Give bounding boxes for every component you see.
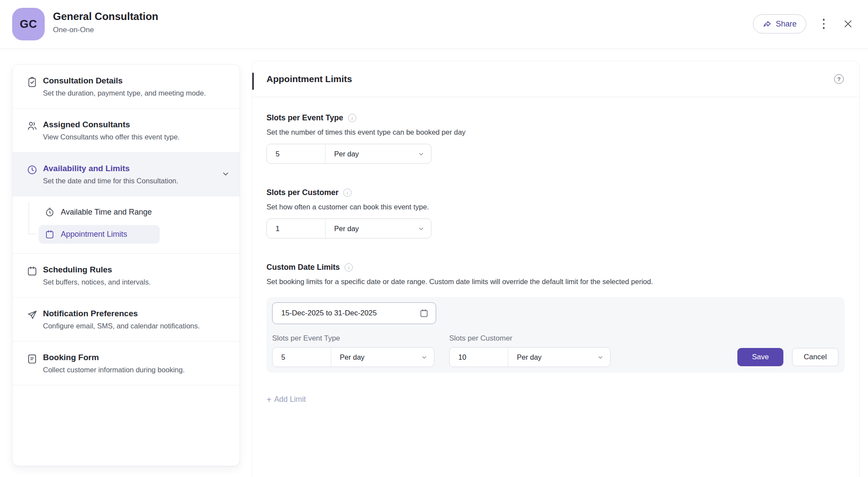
- avatar: GC: [12, 8, 45, 40]
- sidebar-item-label: Availability and Limits: [43, 164, 178, 173]
- send-icon: [26, 309, 38, 321]
- section-desc: Set the number of times this event type …: [266, 128, 844, 136]
- calendar-icon[interactable]: [419, 308, 429, 318]
- date-range-input[interactable]: [275, 308, 419, 318]
- sidebar-item-desc: Configure email, SMS, and calendar notif…: [43, 322, 200, 330]
- custom-event-type-unit-select[interactable]: Per day: [331, 348, 434, 367]
- section-slots-per-event-type: Slots per Event Type i Set the number of…: [266, 113, 844, 164]
- sidebar-item-scheduling-rules[interactable]: Scheduling Rules Set buffers, notices, a…: [13, 254, 240, 298]
- event-type-settings-window: GC General Consultation One-on-One Share: [0, 0, 868, 477]
- slots-count-field-wrap: [267, 219, 326, 238]
- page-title: General Consultation: [53, 10, 158, 23]
- sidebar-item-desc: Set the date and time for this Consultat…: [43, 177, 178, 185]
- sidebar-item-label: Assigned Consultants: [43, 120, 180, 129]
- share-button-label: Share: [776, 20, 796, 29]
- custom-event-type-column: Slots per Event Type Per day: [272, 334, 434, 367]
- section-title: Slots per Event Type: [266, 113, 343, 123]
- title-block: General Consultation One-on-One: [53, 10, 158, 34]
- add-limit-label: Add Limit: [274, 395, 306, 404]
- custom-customer-unit-select[interactable]: Per day: [508, 348, 610, 367]
- slots-per-event-type-unit-select[interactable]: Per day: [326, 144, 431, 163]
- section-desc: Set how often a customer can book this e…: [266, 203, 844, 211]
- custom-limit-actions: Save Cancel: [737, 348, 838, 366]
- sidebar-item-desc: Collect customer information during book…: [43, 366, 185, 374]
- sidebar-item-consultation-details[interactable]: Consultation Details Set the duration, p…: [13, 65, 240, 109]
- info-icon[interactable]: i: [343, 189, 352, 197]
- add-limit-button[interactable]: + Add Limit: [266, 395, 306, 404]
- slots-count-field-wrap: [267, 144, 326, 163]
- calendar-icon: [26, 265, 38, 277]
- help-icon[interactable]: ?: [834, 74, 844, 84]
- section-slots-per-customer: Slots per Customer i Set how often a cus…: [266, 188, 844, 238]
- slots-per-event-type-input[interactable]: [267, 150, 325, 158]
- panel-header: Appointment Limits ?: [252, 61, 859, 97]
- slots-per-customer-group: Per day: [266, 219, 431, 238]
- section-desc: Set booking limits for a specific date o…: [266, 278, 844, 286]
- kebab-menu-icon[interactable]: [819, 16, 829, 32]
- info-icon[interactable]: i: [345, 263, 353, 272]
- custom-customer-group: Per day: [449, 347, 611, 367]
- section-custom-date-limits: Custom Date Limits i Set booking limits …: [266, 263, 844, 404]
- clipboard-check-icon: [26, 76, 38, 88]
- form-icon: [26, 353, 38, 364]
- sidebar-subitem-label: Appointment Limits: [61, 230, 127, 239]
- page-subtitle: One-on-One: [53, 26, 158, 34]
- custom-date-limit-card: Slots per Event Type Per day: [266, 297, 845, 373]
- share-icon: [763, 20, 772, 29]
- sidebar-item-label: Consultation Details: [43, 76, 206, 86]
- sidebar-item-desc: View Consultants who offer this event ty…: [43, 133, 180, 141]
- field-label: Slots per Event Type: [272, 334, 434, 343]
- cancel-button[interactable]: Cancel: [792, 348, 838, 366]
- sidebar-item-label: Notification Preferences: [43, 309, 200, 318]
- chevron-down-icon: [421, 354, 427, 361]
- sidebar-item-availability-and-limits[interactable]: Availability and Limits Set the date and…: [13, 152, 240, 196]
- custom-event-type-input[interactable]: [273, 353, 331, 361]
- sidebar-item-notification-preferences[interactable]: Notification Preferences Configure email…: [13, 298, 240, 341]
- slots-per-customer-input[interactable]: [267, 225, 325, 233]
- field-label: Slots per Customer: [449, 334, 611, 343]
- share-button[interactable]: Share: [753, 14, 806, 33]
- selected-unit: Per day: [340, 353, 365, 361]
- sidebar-subitem-label: Available Time and Range: [61, 208, 152, 217]
- selected-unit: Per day: [334, 225, 359, 233]
- plus-icon: +: [266, 395, 272, 404]
- chevron-down-icon: [418, 225, 424, 232]
- window-header: GC General Consultation One-on-One Share: [0, 0, 868, 49]
- chevron-down-icon[interactable]: [221, 169, 230, 178]
- scrollbar-thumb[interactable]: [252, 73, 254, 90]
- selected-unit: Per day: [334, 150, 359, 158]
- tree-connector: [29, 202, 38, 234]
- chevron-down-icon: [418, 151, 424, 157]
- calendar-icon: [45, 229, 55, 239]
- sidebar-item-desc: Set buffers, notices, and intervals.: [43, 278, 151, 286]
- stopwatch-icon: [45, 207, 55, 217]
- custom-customer-input[interactable]: [450, 353, 508, 361]
- slots-per-event-type-group: Per day: [266, 144, 431, 164]
- section-title: Slots per Customer: [266, 188, 339, 197]
- sidebar-subitem-appointment-limits[interactable]: Appointment Limits: [39, 225, 160, 244]
- settings-sidebar: Consultation Details Set the duration, p…: [12, 64, 240, 466]
- sidebar-item-assigned-consultants[interactable]: Assigned Consultants View Consultants wh…: [13, 109, 240, 152]
- clock-icon: [26, 164, 38, 176]
- availability-subsection: Available Time and Range Appointment Lim…: [13, 196, 240, 254]
- date-range-field: [272, 302, 436, 324]
- custom-limit-fields-row: Slots per Event Type Per day: [272, 334, 838, 367]
- chevron-down-icon: [597, 354, 604, 361]
- sidebar-item-desc: Set the duration, payment type, and meet…: [43, 89, 206, 97]
- custom-customer-column: Slots per Customer Per day: [449, 334, 611, 367]
- sidebar-item-booking-form[interactable]: Booking Form Collect customer informatio…: [13, 341, 240, 385]
- sidebar-item-label: Booking Form: [43, 353, 185, 362]
- info-icon[interactable]: i: [348, 114, 356, 122]
- save-button[interactable]: Save: [737, 348, 783, 366]
- close-icon[interactable]: [841, 17, 855, 31]
- users-icon: [26, 120, 38, 132]
- sidebar-subitem-available-time-and-range[interactable]: Available Time and Range: [13, 203, 240, 221]
- section-title: Custom Date Limits: [266, 263, 340, 272]
- header-actions: Share: [753, 14, 855, 33]
- sidebar-item-label: Scheduling Rules: [43, 265, 151, 275]
- panel-title: Appointment Limits: [266, 74, 352, 84]
- appointment-limits-panel: Appointment Limits ? Slots per Event Typ…: [252, 61, 860, 477]
- slots-per-customer-unit-select[interactable]: Per day: [326, 219, 431, 238]
- panel-body: Slots per Event Type i Set the number of…: [252, 97, 859, 404]
- selected-unit: Per day: [517, 353, 542, 361]
